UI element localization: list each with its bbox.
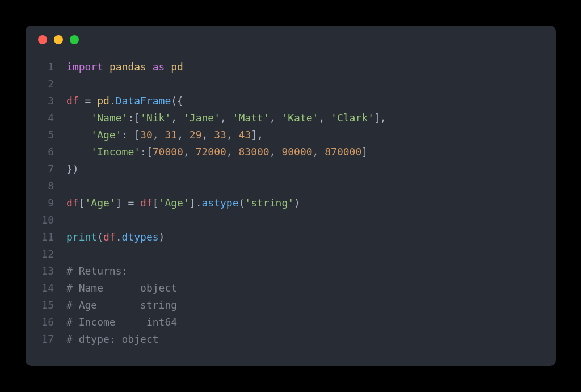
attr-dtypes: dtypes [122,231,159,243]
string: 'Age' [159,197,190,209]
code-content: # Age string [66,297,177,314]
punct: :[ [140,146,153,158]
line-number: 13 [26,263,66,280]
module-pandas: pandas [110,61,146,73]
number: 72000 [196,146,226,158]
line-number: 16 [26,314,66,331]
code-line: 10 [26,212,556,229]
module-pd: pd [97,95,110,107]
punct: ] [361,146,368,158]
code-content: print(df.dtypes) [66,229,165,246]
comment: # Returns: [66,265,128,277]
keyword-import: import [66,61,103,73]
number: 70000 [153,146,183,158]
string: 'Name' [91,112,128,124]
comment: # Age string [66,299,177,311]
code-content: # Income int64 [66,314,177,331]
punct: ], [251,129,263,141]
punct: , [270,146,282,158]
indent [66,129,91,141]
punct: :[ [128,112,140,124]
number: 31 [165,129,177,141]
punct: . [110,95,116,107]
code-line: 16 # Income int64 [26,314,556,331]
code-content: 'Income':[70000, 72000, 83000, 90000, 87… [66,144,368,161]
code-line: 12 [26,246,556,263]
punct: , [171,112,183,124]
punct: }) [66,163,79,175]
line-number: 10 [26,212,66,229]
punct: ) [294,197,300,209]
line-number: 1 [26,58,66,75]
punct: ( [97,231,103,243]
punct: : [ [122,129,141,141]
punct: , [313,146,325,158]
line-number: 2 [26,75,66,92]
code-line: 14 # Name object [26,280,556,297]
punct: ]. [190,197,202,209]
var-df: df [66,197,79,209]
code-content: df['Age'] = df['Age'].astype('string') [66,195,300,212]
code-line: 3 df = pd.DataFrame({ [26,92,556,109]
comment: # Name object [66,282,177,294]
string: 'Clark' [331,112,374,124]
number: 83000 [239,146,270,158]
titlebar [26,26,556,54]
code-line: 13 # Returns: [26,263,556,280]
punct: ) [159,231,165,243]
line-number: 5 [26,127,66,144]
code-content: # Returns: [66,263,128,280]
string: 'Matt' [233,112,270,124]
number: 43 [239,129,251,141]
indent [66,146,91,158]
code-window: 1 import pandas as pd 2 3 df = pd.DataFr… [26,26,556,366]
string: 'Jane' [183,112,220,124]
keyword-as: as [153,61,165,73]
punct: , [153,129,165,141]
line-number: 4 [26,109,66,127]
builtin-print: print [66,231,97,243]
code-content: df = pd.DataFrame({ [66,92,183,109]
code-content: 'Name':['Nik', 'Jane', 'Matt', 'Kate', '… [66,109,386,127]
line-number: 12 [26,246,66,263]
string: 'Nik' [140,112,171,124]
punct: , [177,129,190,141]
punct: , [183,146,196,158]
var-df: df [140,197,153,209]
close-icon[interactable] [38,35,47,44]
string: 'Age' [91,129,121,141]
string: 'Income' [91,146,140,158]
code-line: 8 [26,178,556,195]
zoom-icon[interactable] [70,35,79,44]
var-df: df [66,95,79,107]
code-line: 2 [26,75,556,92]
minimize-icon[interactable] [54,35,63,44]
punct: , [226,146,239,158]
code-area: 1 import pandas as pd 2 3 df = pd.DataFr… [26,54,556,348]
punct: , [318,112,331,124]
line-number: 11 [26,229,66,246]
indent [66,112,91,124]
string: 'Age' [85,197,116,209]
number: 33 [214,129,226,141]
code-line: 11 print(df.dtypes) [26,229,556,246]
number: 870000 [325,146,361,158]
code-line: 9 df['Age'] = df['Age'].astype('string') [26,195,556,212]
line-number: 8 [26,178,66,195]
line-number: 3 [26,92,66,109]
attr-astype: astype [201,197,238,209]
line-number: 9 [26,195,66,212]
punct: , [270,112,282,124]
code-content: # Name object [66,280,177,297]
code-content: # dtype: object [66,331,159,348]
code-line: 15 # Age string [26,297,556,314]
code-content: }) [66,161,79,178]
alias-pd: pd [171,61,183,73]
code-line: 17 # dtype: object [26,331,556,348]
code-content: import pandas as pd [66,58,183,75]
punct: , [220,112,233,124]
punct: . [116,231,122,243]
punct: ] = [116,197,140,209]
number: 30 [140,129,153,141]
code-line: 4 'Name':['Nik', 'Jane', 'Matt', 'Kate',… [26,109,556,127]
